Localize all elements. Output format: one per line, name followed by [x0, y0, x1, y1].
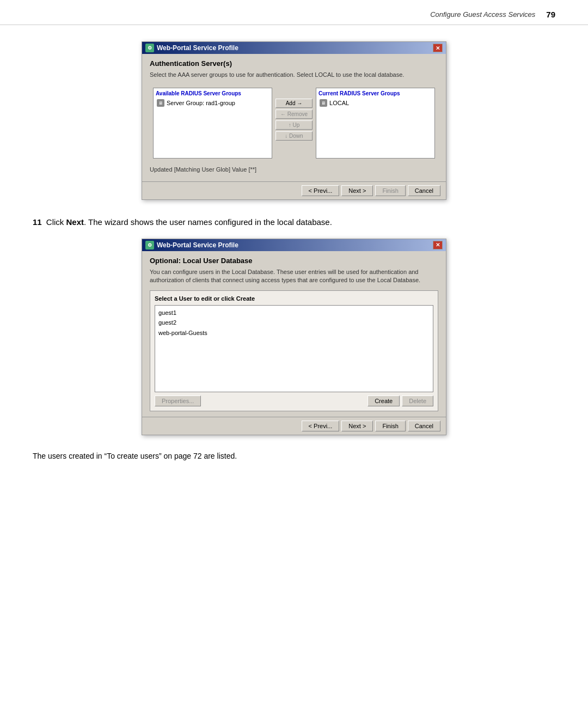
- local-db-label: Select a User to edit or click Create: [155, 295, 433, 302]
- down-button[interactable]: ↓ Down: [275, 131, 313, 141]
- dialog1-section-title: Authentication Server(s): [150, 59, 438, 68]
- dialog1-window: ⚙ Web-Portal Service Profile ✕ Authentic…: [142, 41, 446, 200]
- local-db-inner: Select a User to edit or click Create gu…: [150, 290, 438, 411]
- dialog2-prev-button[interactable]: < Previ...: [302, 421, 340, 431]
- dialog1-close-button[interactable]: ✕: [433, 44, 443, 52]
- dialog2-icon: ⚙: [145, 241, 154, 249]
- remove-button[interactable]: ← Remove: [275, 109, 313, 119]
- user-list-box: guest1 guest2 web-portal-Guests: [155, 305, 433, 392]
- current-panel: Current RADIUS Server Groups 🖥 LOCAL: [316, 88, 435, 159]
- delete-button[interactable]: Delete: [402, 395, 433, 406]
- bottom-text: The users created in “To create users” o…: [33, 452, 555, 460]
- step11-bold: Next: [66, 217, 84, 227]
- dialog2-section-title: Optional: Local User Database: [150, 257, 438, 265]
- content-area: ⚙ Web-Portal Service Profile ✕ Authentic…: [0, 41, 588, 460]
- user-item-1[interactable]: guest2: [158, 318, 430, 328]
- available-header: Available RADIUS Server Groups: [156, 90, 270, 96]
- dialog1-titlebar: ⚙ Web-Portal Service Profile ✕: [142, 42, 446, 54]
- page-header: Configure Guest Access Services 79: [0, 0, 588, 25]
- step11-text: 11 Click Next. The wizard shows the user…: [33, 216, 555, 229]
- dialog2-cancel-button[interactable]: Cancel: [408, 421, 440, 431]
- step11-number: 11: [33, 217, 42, 227]
- dialog1-next-button[interactable]: Next >: [341, 185, 373, 196]
- dialog2-body: Optional: Local User Database You can co…: [142, 251, 446, 417]
- dialog1-prev-button[interactable]: < Previ...: [302, 185, 340, 196]
- dialog1-section-desc: Select the AAA server groups to use for …: [150, 71, 438, 79]
- user-list-buttons: Properties... Create Delete: [155, 395, 433, 406]
- user-item-0[interactable]: guest1: [158, 308, 430, 318]
- dialog2-title: Web-Portal Service Profile: [157, 241, 238, 249]
- dialog1-footer: < Previ... Next > Finish Cancel: [142, 181, 446, 199]
- dialog2-titlebar-left: ⚙ Web-Portal Service Profile: [145, 241, 238, 249]
- dialog2-window: ⚙ Web-Portal Service Profile ✕ Optional:…: [142, 239, 446, 435]
- properties-button[interactable]: Properties...: [155, 395, 201, 406]
- server-icon-0: 🖥: [157, 99, 164, 107]
- dialog1-title: Web-Portal Service Profile: [157, 44, 238, 52]
- dialog2-footer: < Previ... Next > Finish Cancel: [142, 417, 446, 435]
- radius-container: Available RADIUS Server Groups 🖥 Server …: [150, 84, 438, 162]
- create-button[interactable]: Create: [367, 395, 400, 406]
- dialog1-titlebar-left: ⚙ Web-Portal Service Profile: [145, 44, 238, 52]
- page-title: Configure Guest Access Services: [430, 10, 535, 19]
- current-item-label-0: LOCAL: [329, 100, 349, 106]
- local-db-label-plain: Select a: [155, 295, 179, 302]
- dialog2-next-button[interactable]: Next >: [341, 421, 373, 431]
- local-db-label-rest: to edit or click: [192, 295, 236, 302]
- dialog1-body: Authentication Server(s) Select the AAA …: [142, 54, 446, 181]
- current-header: Current RADIUS Server Groups: [318, 90, 432, 96]
- dialog1-icon: ⚙: [145, 44, 154, 52]
- dialog2-close-button[interactable]: ✕: [433, 241, 443, 249]
- step11-text-prefix: Click: [46, 217, 66, 227]
- available-item-0[interactable]: 🖥 Server Group: rad1-group: [156, 99, 270, 107]
- dialog1-cancel-button[interactable]: Cancel: [408, 185, 440, 196]
- dialog2-titlebar: ⚙ Web-Portal Service Profile ✕: [142, 239, 446, 251]
- dialog2-section-desc: You can configure users in the Local Dat…: [150, 268, 438, 285]
- user-list-buttons-right: Create Delete: [367, 395, 433, 406]
- dialog1-finish-button[interactable]: Finish: [375, 185, 405, 196]
- add-button[interactable]: Add →: [275, 99, 313, 108]
- radius-columns: Available RADIUS Server Groups 🖥 Server …: [153, 88, 435, 159]
- step11-rest: . The wizard shows the user names config…: [84, 217, 332, 227]
- page-number: 79: [546, 10, 555, 19]
- dialog2-finish-button[interactable]: Finish: [375, 421, 405, 431]
- current-item-0[interactable]: 🖥 LOCAL: [318, 99, 432, 107]
- radius-action-buttons: Add → ← Remove ↑ Up ↓ Down: [275, 88, 313, 141]
- available-item-label-0: Server Group: rad1-group: [167, 100, 235, 106]
- local-db-label-create: Create: [236, 295, 255, 302]
- current-server-icon-0: 🖥: [320, 99, 327, 107]
- updated-text: Updated [Matching User Glob] Value [**]: [150, 166, 438, 173]
- user-item-2[interactable]: web-portal-Guests: [158, 328, 430, 338]
- up-button[interactable]: ↑ Up: [275, 120, 313, 130]
- local-db-label-bold: User: [179, 295, 192, 302]
- available-panel: Available RADIUS Server Groups 🖥 Server …: [153, 88, 272, 159]
